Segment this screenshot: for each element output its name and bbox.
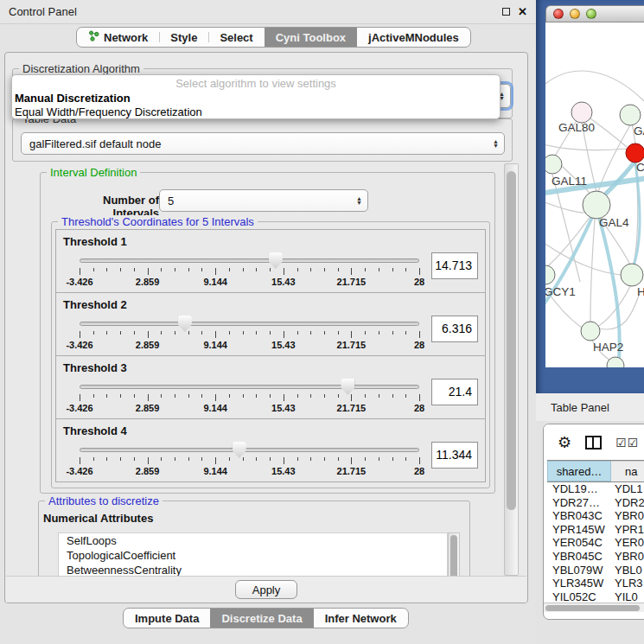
node-table[interactable]: shared… na YDL19…YDL1YDR27…YDR2YBR043CYB… <box>547 460 644 603</box>
network-edge[interactable] <box>545 201 585 213</box>
tick-mark <box>310 394 311 398</box>
numerical-attributes-list[interactable]: SelfLoopsTopologicalCoefficientBetweenne… <box>58 532 448 576</box>
network-edge[interactable] <box>545 71 644 105</box>
network-edge[interactable] <box>590 219 595 322</box>
tab-jactivemnodules[interactable]: jActiveMNodules <box>357 28 470 47</box>
settings-vertical-scrollbar[interactable] <box>504 163 519 576</box>
attribute-list-item[interactable]: TopologicalCoefficient <box>59 548 447 563</box>
tick-mark <box>161 394 162 398</box>
tick-label: 15.43 <box>271 466 296 476</box>
tab-select[interactable]: Select <box>208 28 264 47</box>
apply-button[interactable]: Apply <box>235 580 297 599</box>
settings-scroll-area: Interval Definition Number of Intervals … <box>12 163 501 576</box>
tab-label: Select <box>220 31 252 44</box>
threshold-slider[interactable]: -3.4262.8599.14415.4321.71528 <box>80 314 419 354</box>
table-row[interactable]: YPR145WYPR1 <box>547 523 644 537</box>
network-node[interactable] <box>607 357 624 367</box>
gear-icon[interactable]: ⚙ <box>558 435 571 450</box>
table-data-combobox[interactable]: galFiltered.sif default node ▲▼ <box>21 132 505 155</box>
tick-mark <box>256 394 257 398</box>
threshold-label: Threshold 1 <box>63 235 127 248</box>
tab-network[interactable]: Network <box>77 28 159 47</box>
float-panel-icon[interactable] <box>502 8 510 16</box>
tick-mark <box>229 394 230 398</box>
slider-track[interactable] <box>80 322 419 326</box>
network-node[interactable] <box>581 322 600 341</box>
algorithm-option-manual-discretization[interactable]: Manual Discretization <box>12 92 500 105</box>
tab-impute-data[interactable]: Impute Data <box>124 609 210 628</box>
tick-mark <box>106 457 107 461</box>
tick-mark <box>93 268 94 271</box>
network-node[interactable] <box>626 143 644 163</box>
tick-mark <box>270 268 271 271</box>
column-header-name[interactable]: na <box>611 461 644 481</box>
tab-style[interactable]: Style <box>159 28 208 47</box>
tick-label: 28 <box>414 340 424 350</box>
tick-mark <box>175 331 175 335</box>
cell-name: YPR1 <box>611 523 644 537</box>
numerical-attributes-label: Numerical Attributes <box>43 512 153 525</box>
table-panel-window: ⚙ ☑☑ shared… na YDL19…YDL1YDR27…YDR2YBR0… <box>543 424 644 620</box>
combo-stepper-icon: ▲▼ <box>356 196 362 205</box>
minimize-window-icon[interactable] <box>570 9 580 19</box>
column-header-shared-name[interactable]: shared… <box>547 461 611 481</box>
network-node[interactable] <box>620 105 641 125</box>
threshold-value-field[interactable]: 6.316 <box>431 316 478 342</box>
tick-label: 28 <box>414 466 424 476</box>
attribute-list-item[interactable]: BetweennessCentrality <box>59 563 447 576</box>
table-row[interactable]: YBR045CYBR0 <box>547 550 644 564</box>
table-row[interactable]: YLR345WYLR3 <box>547 577 644 590</box>
threshold-panel: Threshold 2-3.4262.8599.14415.4321.71528… <box>55 292 486 356</box>
cell-shared-name: YER054C <box>547 536 611 550</box>
network-node[interactable] <box>545 155 562 174</box>
select-columns-icon[interactable]: ☑☑ <box>615 436 639 450</box>
close-window-icon[interactable] <box>553 9 564 19</box>
network-node[interactable] <box>545 265 555 284</box>
threshold-slider[interactable]: -3.4262.8599.14415.4321.71528 <box>80 377 419 417</box>
network-node[interactable] <box>583 191 610 219</box>
attribute-list-item[interactable]: SelfLoops <box>59 533 447 548</box>
tab-infer-network[interactable]: Infer Network <box>314 609 408 628</box>
threshold-slider[interactable]: -3.4262.8599.14415.4321.71528 <box>80 251 419 290</box>
tick-mark <box>161 331 162 335</box>
tick-mark <box>93 394 94 398</box>
zoom-window-icon[interactable] <box>586 9 596 19</box>
tab-cyni-toolbox[interactable]: Cyni Toolbox <box>265 28 357 47</box>
slider-track[interactable] <box>80 385 419 389</box>
table-row[interactable]: YIL052CYIL0 <box>547 590 644 603</box>
tick-mark <box>229 268 230 271</box>
cell-name: YBL0 <box>611 564 644 577</box>
table-row[interactable]: YBR043CYBR0 <box>547 509 644 523</box>
threshold-value-field[interactable]: 21.4 <box>431 379 478 405</box>
slider-track[interactable] <box>80 258 419 263</box>
tick-mark <box>256 268 257 271</box>
threshold-value-field[interactable]: 11.344 <box>431 442 478 469</box>
node-table-header: shared… na <box>547 461 644 482</box>
slider-track[interactable] <box>80 448 419 452</box>
split-columns-icon[interactable] <box>585 436 602 450</box>
table-row[interactable]: YDR27…YDR2 <box>547 496 644 510</box>
number-of-intervals-combobox[interactable]: 5 ▲▼ <box>159 189 368 212</box>
table-row[interactable]: YBL079WYBL0 <box>547 564 644 577</box>
table-horizontal-scrollbar[interactable] <box>544 603 644 612</box>
tick-label: -3.426 <box>66 466 92 476</box>
attributes-list-scrollbar[interactable] <box>448 532 460 576</box>
table-row[interactable]: YDL19…YDL1 <box>547 482 644 496</box>
tick-mark <box>188 457 189 461</box>
slider-ticks <box>80 456 419 464</box>
tab-discretize-data[interactable]: Discretize Data <box>210 609 313 628</box>
network-node[interactable] <box>571 102 592 123</box>
interval-definition-group: Interval Definition Number of Intervals … <box>40 172 495 494</box>
cell-name: YIL0 <box>611 590 644 603</box>
network-canvas[interactable]: GAL80GACGAL11GAL4GCY1HHAP2 <box>545 22 644 367</box>
network-node[interactable] <box>621 264 643 286</box>
close-panel-icon[interactable]: ✕ <box>518 6 527 17</box>
algorithm-option-equal-width-frequency[interactable]: Equal Width/Frequency Discretization <box>12 105 500 119</box>
table-row[interactable]: YER054CYER0 <box>547 536 644 550</box>
tick-mark <box>297 457 298 461</box>
tick-mark <box>338 331 339 335</box>
tick-mark <box>188 394 189 398</box>
threshold-slider[interactable]: -3.4262.8599.14415.4321.71528 <box>80 440 419 480</box>
tick-mark <box>80 394 80 401</box>
threshold-value-field[interactable]: 14.713 <box>431 252 478 279</box>
